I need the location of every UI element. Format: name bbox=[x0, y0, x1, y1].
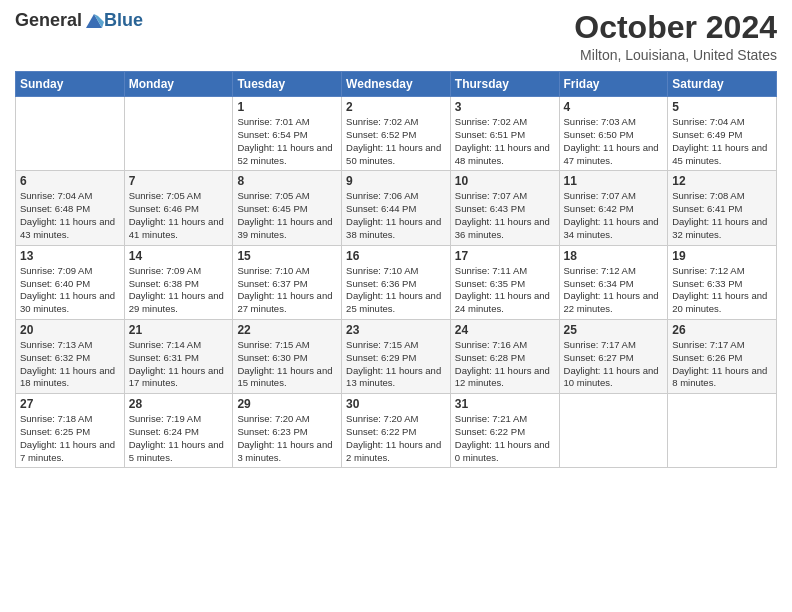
calendar-cell: 15Sunrise: 7:10 AM Sunset: 6:37 PM Dayli… bbox=[233, 245, 342, 319]
calendar-cell: 24Sunrise: 7:16 AM Sunset: 6:28 PM Dayli… bbox=[450, 319, 559, 393]
calendar-cell: 22Sunrise: 7:15 AM Sunset: 6:30 PM Dayli… bbox=[233, 319, 342, 393]
day-number: 27 bbox=[20, 397, 120, 411]
day-number: 12 bbox=[672, 174, 772, 188]
day-number: 5 bbox=[672, 100, 772, 114]
day-number: 13 bbox=[20, 249, 120, 263]
day-number: 30 bbox=[346, 397, 446, 411]
day-number: 24 bbox=[455, 323, 555, 337]
day-number: 17 bbox=[455, 249, 555, 263]
calendar-cell bbox=[124, 97, 233, 171]
calendar-cell: 29Sunrise: 7:20 AM Sunset: 6:23 PM Dayli… bbox=[233, 394, 342, 468]
cell-content: Sunrise: 7:10 AM Sunset: 6:36 PM Dayligh… bbox=[346, 265, 446, 316]
calendar-cell: 14Sunrise: 7:09 AM Sunset: 6:38 PM Dayli… bbox=[124, 245, 233, 319]
calendar-cell: 6Sunrise: 7:04 AM Sunset: 6:48 PM Daylig… bbox=[16, 171, 125, 245]
cell-content: Sunrise: 7:15 AM Sunset: 6:29 PM Dayligh… bbox=[346, 339, 446, 390]
calendar-cell: 13Sunrise: 7:09 AM Sunset: 6:40 PM Dayli… bbox=[16, 245, 125, 319]
cell-content: Sunrise: 7:11 AM Sunset: 6:35 PM Dayligh… bbox=[455, 265, 555, 316]
cell-content: Sunrise: 7:07 AM Sunset: 6:43 PM Dayligh… bbox=[455, 190, 555, 241]
calendar-cell: 4Sunrise: 7:03 AM Sunset: 6:50 PM Daylig… bbox=[559, 97, 668, 171]
cell-content: Sunrise: 7:09 AM Sunset: 6:38 PM Dayligh… bbox=[129, 265, 229, 316]
day-number: 10 bbox=[455, 174, 555, 188]
day-number: 4 bbox=[564, 100, 664, 114]
calendar-cell: 1Sunrise: 7:01 AM Sunset: 6:54 PM Daylig… bbox=[233, 97, 342, 171]
cell-content: Sunrise: 7:20 AM Sunset: 6:23 PM Dayligh… bbox=[237, 413, 337, 464]
day-number: 8 bbox=[237, 174, 337, 188]
day-number: 19 bbox=[672, 249, 772, 263]
day-header-thursday: Thursday bbox=[450, 72, 559, 97]
day-number: 29 bbox=[237, 397, 337, 411]
calendar-cell: 10Sunrise: 7:07 AM Sunset: 6:43 PM Dayli… bbox=[450, 171, 559, 245]
calendar-cell: 27Sunrise: 7:18 AM Sunset: 6:25 PM Dayli… bbox=[16, 394, 125, 468]
calendar: SundayMondayTuesdayWednesdayThursdayFrid… bbox=[15, 71, 777, 468]
day-number: 14 bbox=[129, 249, 229, 263]
calendar-cell: 26Sunrise: 7:17 AM Sunset: 6:26 PM Dayli… bbox=[668, 319, 777, 393]
calendar-cell: 8Sunrise: 7:05 AM Sunset: 6:45 PM Daylig… bbox=[233, 171, 342, 245]
calendar-cell: 19Sunrise: 7:12 AM Sunset: 6:33 PM Dayli… bbox=[668, 245, 777, 319]
day-number: 11 bbox=[564, 174, 664, 188]
day-number: 7 bbox=[129, 174, 229, 188]
title-block: October 2024 Milton, Louisiana, United S… bbox=[574, 10, 777, 63]
day-number: 26 bbox=[672, 323, 772, 337]
cell-content: Sunrise: 7:13 AM Sunset: 6:32 PM Dayligh… bbox=[20, 339, 120, 390]
day-header-wednesday: Wednesday bbox=[342, 72, 451, 97]
calendar-cell bbox=[16, 97, 125, 171]
calendar-cell: 25Sunrise: 7:17 AM Sunset: 6:27 PM Dayli… bbox=[559, 319, 668, 393]
cell-content: Sunrise: 7:09 AM Sunset: 6:40 PM Dayligh… bbox=[20, 265, 120, 316]
day-number: 21 bbox=[129, 323, 229, 337]
day-number: 2 bbox=[346, 100, 446, 114]
cell-content: Sunrise: 7:01 AM Sunset: 6:54 PM Dayligh… bbox=[237, 116, 337, 167]
day-header-monday: Monday bbox=[124, 72, 233, 97]
cell-content: Sunrise: 7:17 AM Sunset: 6:27 PM Dayligh… bbox=[564, 339, 664, 390]
week-row-2: 6Sunrise: 7:04 AM Sunset: 6:48 PM Daylig… bbox=[16, 171, 777, 245]
cell-content: Sunrise: 7:05 AM Sunset: 6:46 PM Dayligh… bbox=[129, 190, 229, 241]
calendar-cell: 31Sunrise: 7:21 AM Sunset: 6:22 PM Dayli… bbox=[450, 394, 559, 468]
cell-content: Sunrise: 7:19 AM Sunset: 6:24 PM Dayligh… bbox=[129, 413, 229, 464]
day-header-friday: Friday bbox=[559, 72, 668, 97]
day-number: 16 bbox=[346, 249, 446, 263]
cell-content: Sunrise: 7:07 AM Sunset: 6:42 PM Dayligh… bbox=[564, 190, 664, 241]
week-row-3: 13Sunrise: 7:09 AM Sunset: 6:40 PM Dayli… bbox=[16, 245, 777, 319]
calendar-cell: 7Sunrise: 7:05 AM Sunset: 6:46 PM Daylig… bbox=[124, 171, 233, 245]
day-number: 18 bbox=[564, 249, 664, 263]
day-number: 28 bbox=[129, 397, 229, 411]
logo: General Blue bbox=[15, 10, 143, 31]
header-row: SundayMondayTuesdayWednesdayThursdayFrid… bbox=[16, 72, 777, 97]
cell-content: Sunrise: 7:14 AM Sunset: 6:31 PM Dayligh… bbox=[129, 339, 229, 390]
week-row-4: 20Sunrise: 7:13 AM Sunset: 6:32 PM Dayli… bbox=[16, 319, 777, 393]
calendar-cell: 3Sunrise: 7:02 AM Sunset: 6:51 PM Daylig… bbox=[450, 97, 559, 171]
day-header-sunday: Sunday bbox=[16, 72, 125, 97]
week-row-5: 27Sunrise: 7:18 AM Sunset: 6:25 PM Dayli… bbox=[16, 394, 777, 468]
cell-content: Sunrise: 7:15 AM Sunset: 6:30 PM Dayligh… bbox=[237, 339, 337, 390]
cell-content: Sunrise: 7:02 AM Sunset: 6:51 PM Dayligh… bbox=[455, 116, 555, 167]
calendar-cell: 30Sunrise: 7:20 AM Sunset: 6:22 PM Dayli… bbox=[342, 394, 451, 468]
cell-content: Sunrise: 7:20 AM Sunset: 6:22 PM Dayligh… bbox=[346, 413, 446, 464]
day-header-tuesday: Tuesday bbox=[233, 72, 342, 97]
cell-content: Sunrise: 7:10 AM Sunset: 6:37 PM Dayligh… bbox=[237, 265, 337, 316]
cell-content: Sunrise: 7:04 AM Sunset: 6:48 PM Dayligh… bbox=[20, 190, 120, 241]
calendar-cell: 5Sunrise: 7:04 AM Sunset: 6:49 PM Daylig… bbox=[668, 97, 777, 171]
cell-content: Sunrise: 7:12 AM Sunset: 6:34 PM Dayligh… bbox=[564, 265, 664, 316]
calendar-cell bbox=[668, 394, 777, 468]
day-number: 23 bbox=[346, 323, 446, 337]
location: Milton, Louisiana, United States bbox=[574, 47, 777, 63]
day-header-saturday: Saturday bbox=[668, 72, 777, 97]
calendar-cell: 21Sunrise: 7:14 AM Sunset: 6:31 PM Dayli… bbox=[124, 319, 233, 393]
calendar-cell: 20Sunrise: 7:13 AM Sunset: 6:32 PM Dayli… bbox=[16, 319, 125, 393]
calendar-cell: 23Sunrise: 7:15 AM Sunset: 6:29 PM Dayli… bbox=[342, 319, 451, 393]
cell-content: Sunrise: 7:05 AM Sunset: 6:45 PM Dayligh… bbox=[237, 190, 337, 241]
calendar-cell: 16Sunrise: 7:10 AM Sunset: 6:36 PM Dayli… bbox=[342, 245, 451, 319]
cell-content: Sunrise: 7:02 AM Sunset: 6:52 PM Dayligh… bbox=[346, 116, 446, 167]
day-number: 20 bbox=[20, 323, 120, 337]
cell-content: Sunrise: 7:06 AM Sunset: 6:44 PM Dayligh… bbox=[346, 190, 446, 241]
logo-general-text: General bbox=[15, 10, 82, 31]
day-number: 25 bbox=[564, 323, 664, 337]
day-number: 31 bbox=[455, 397, 555, 411]
cell-content: Sunrise: 7:08 AM Sunset: 6:41 PM Dayligh… bbox=[672, 190, 772, 241]
calendar-cell: 9Sunrise: 7:06 AM Sunset: 6:44 PM Daylig… bbox=[342, 171, 451, 245]
calendar-cell: 28Sunrise: 7:19 AM Sunset: 6:24 PM Dayli… bbox=[124, 394, 233, 468]
page: General Blue October 2024 Milton, Louisi… bbox=[0, 0, 792, 612]
calendar-cell: 12Sunrise: 7:08 AM Sunset: 6:41 PM Dayli… bbox=[668, 171, 777, 245]
cell-content: Sunrise: 7:17 AM Sunset: 6:26 PM Dayligh… bbox=[672, 339, 772, 390]
week-row-1: 1Sunrise: 7:01 AM Sunset: 6:54 PM Daylig… bbox=[16, 97, 777, 171]
day-number: 9 bbox=[346, 174, 446, 188]
